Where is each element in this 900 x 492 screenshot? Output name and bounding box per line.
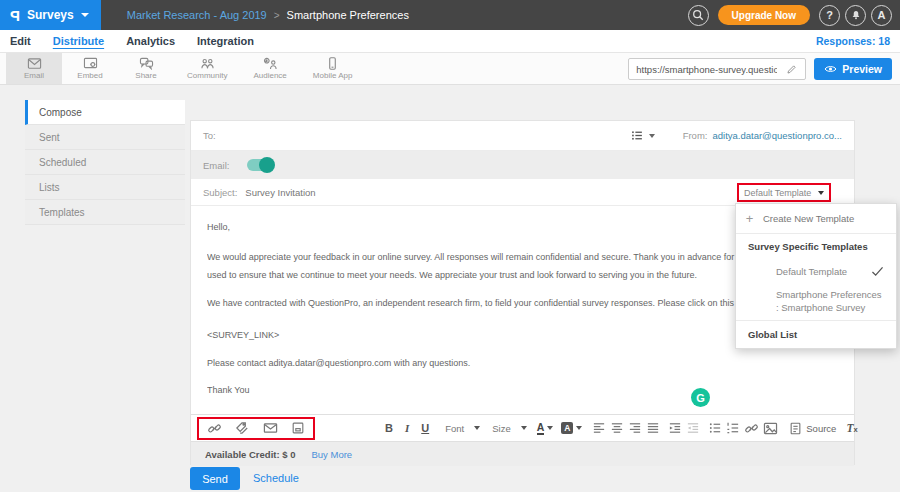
insert-embed-button[interactable]: [291, 421, 305, 435]
channel-audience[interactable]: Audience: [240, 53, 299, 84]
insert-email-button[interactable]: [263, 422, 278, 434]
from-label: From:: [683, 130, 708, 141]
email-sidebar: Compose Sent Scheduled Lists Templates: [25, 100, 185, 225]
upgrade-now-button[interactable]: Upgrade Now: [718, 5, 810, 25]
background-color-button[interactable]: A: [559, 422, 584, 434]
email-toggle-row: Email:: [191, 151, 854, 179]
survey-nav: Edit Distribute Analytics Integration Re…: [0, 30, 900, 53]
email-icon: [27, 57, 42, 70]
source-label: Source: [806, 423, 836, 434]
to-input[interactable]: [224, 130, 622, 141]
surveys-menu-label: Surveys: [27, 8, 74, 22]
avatar[interactable]: A: [871, 5, 892, 26]
template-item-label: Smartphone Preferences: [776, 288, 896, 301]
edit-url-button[interactable]: [781, 59, 801, 79]
sidebar-item-templates[interactable]: Templates: [25, 200, 185, 225]
email-toggle[interactable]: [247, 159, 273, 171]
audience-icon: [263, 57, 278, 70]
schedule-link[interactable]: Schedule: [253, 472, 299, 484]
subject-row: Subject: Survey Invitation Default Templ…: [191, 179, 854, 206]
template-dropdown-menu: + Create New Template Survey Specific Te…: [735, 203, 897, 349]
insert-link-button[interactable]: [744, 421, 759, 436]
subject-input[interactable]: Survey Invitation: [245, 187, 315, 198]
survey-url-input[interactable]: [629, 64, 781, 75]
bg-color-glyph: A: [561, 422, 573, 434]
body-line: Please contact aditya.datar@questionpro.…: [207, 354, 838, 372]
tab-analytics[interactable]: Analytics: [126, 35, 175, 47]
template-item-label-line2: : Smartphone Survey: [776, 301, 896, 314]
size-select-value: Size: [492, 423, 510, 434]
surveys-menu[interactable]: P Surveys: [0, 0, 101, 30]
search-icon: [692, 9, 704, 21]
template-item-smartphone[interactable]: Smartphone Preferences : Smartphone Surv…: [736, 284, 896, 320]
align-left-button[interactable]: [592, 421, 606, 435]
sidebar-item-sent[interactable]: Sent: [25, 125, 185, 150]
channel-label: Mobile App: [313, 71, 353, 80]
notifications-button[interactable]: [845, 5, 866, 26]
template-select[interactable]: Default Template: [739, 185, 829, 200]
insert-image-button[interactable]: [763, 422, 778, 435]
tab-integration[interactable]: Integration: [197, 35, 254, 47]
responses-count: Responses: 18: [816, 35, 890, 47]
annotation-box-toolbar: [197, 417, 315, 440]
buy-more-link[interactable]: Buy More: [311, 449, 352, 460]
indent-icon: [668, 421, 682, 435]
underline-button[interactable]: U: [417, 422, 433, 434]
url-preview-group: Preview: [628, 58, 892, 80]
indent-button[interactable]: [668, 421, 682, 435]
align-right-button[interactable]: [628, 421, 642, 435]
search-button[interactable]: [688, 5, 709, 26]
subject-label: Subject:: [203, 187, 237, 198]
sidebar-item-lists[interactable]: Lists: [25, 175, 185, 200]
tab-distribute[interactable]: Distribute: [53, 35, 104, 47]
align-center-button[interactable]: [610, 421, 624, 435]
font-select[interactable]: Font: [441, 423, 484, 434]
preview-button[interactable]: Preview: [814, 58, 892, 80]
template-item-default[interactable]: Default Template: [736, 258, 896, 284]
channel-label: Share: [135, 71, 156, 80]
from-group: From: aditya.datar@questionpro.co...: [683, 130, 842, 141]
align-justify-button[interactable]: [646, 421, 660, 435]
breadcrumb-folder[interactable]: Market Research - Aug 2019: [127, 9, 267, 21]
numbered-list-button[interactable]: [726, 421, 740, 435]
chevron-down-icon: [818, 191, 824, 195]
bullet-list-icon: [708, 421, 722, 435]
eye-icon: [824, 64, 837, 74]
outdent-icon: [686, 421, 700, 435]
size-select[interactable]: Size: [488, 423, 530, 434]
channel-mobile-app[interactable]: Mobile App: [300, 53, 366, 84]
channel-label: Embed: [77, 71, 102, 80]
bold-button[interactable]: B: [381, 422, 397, 434]
chevron-down-icon: [521, 426, 527, 430]
global-list-item[interactable]: Global List: [736, 320, 896, 348]
send-button[interactable]: Send: [190, 467, 240, 490]
channel-share[interactable]: Share: [118, 53, 174, 84]
source-button[interactable]: Source: [786, 422, 839, 435]
tab-edit[interactable]: Edit: [10, 35, 31, 47]
help-button[interactable]: ?: [819, 5, 840, 26]
channel-email[interactable]: Email: [6, 53, 62, 84]
channel-community[interactable]: Community: [174, 53, 240, 84]
italic-button[interactable]: I: [401, 422, 413, 434]
sidebar-item-compose[interactable]: Compose: [25, 100, 185, 125]
bell-icon: [850, 9, 862, 21]
header-actions: Upgrade Now ? A: [688, 5, 900, 26]
text-color-button[interactable]: A: [535, 422, 556, 435]
recipient-list-button[interactable]: [630, 129, 655, 142]
align-left-icon: [592, 421, 606, 435]
grammarly-icon[interactable]: G: [691, 388, 710, 407]
insert-survey-link-button[interactable]: [207, 421, 222, 436]
remove-format-button[interactable]: T x: [843, 422, 860, 434]
from-email-link[interactable]: aditya.datar@questionpro.co...: [712, 130, 842, 141]
channel-embed[interactable]: Embed: [62, 53, 118, 84]
create-new-template-item[interactable]: + Create New Template: [736, 204, 896, 234]
community-icon: [200, 57, 215, 70]
bullet-list-button[interactable]: [708, 421, 722, 435]
remove-format-sub: x: [853, 425, 857, 434]
sidebar-item-scheduled[interactable]: Scheduled: [25, 150, 185, 175]
envelope-icon: [263, 422, 278, 434]
insert-tag-button[interactable]: [235, 421, 250, 436]
outdent-button[interactable]: [686, 421, 700, 435]
channel-label: Community: [187, 71, 227, 80]
body-line: Thank You: [207, 381, 838, 399]
